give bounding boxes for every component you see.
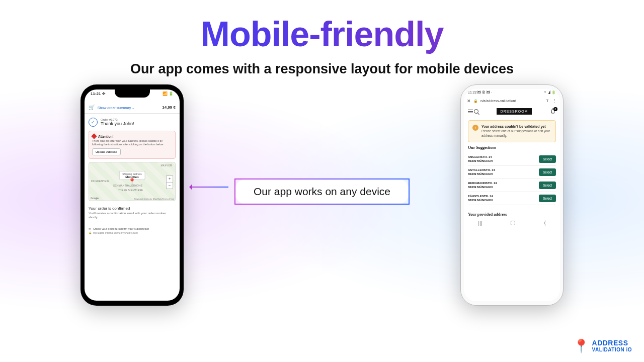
map-area-label: FRIEDENHEIM	[91, 180, 110, 183]
select-button[interactable]: Select	[539, 182, 556, 189]
google-logo: Google	[91, 197, 99, 200]
mail-icon: ✉	[89, 227, 91, 230]
domain-row: 🔒 mp-loqate-internal-demo.myshopify.com	[89, 231, 176, 234]
warning-message: Please select one of our suggestions or …	[481, 129, 551, 138]
thank-you-text: Thank you John!	[101, 121, 134, 126]
warning-icon: !	[472, 125, 478, 131]
share-icon[interactable]: ⫪	[546, 99, 549, 103]
alert-icon	[91, 133, 97, 139]
iphone-mockup: 11:21 ✈ 📶 🔋 🛒 Show order summary ⌄ 14,99…	[80, 84, 184, 306]
confirmation-block: Your order is confirmed You'll receive a…	[89, 204, 176, 222]
android-status-bar: 11:22 🖾 🖹 🖾 · ᯤ ◢ 🔋	[464, 89, 560, 96]
suggestion-row: ASTALLERSTR. 1480339 MÜNCHENSelect	[468, 166, 556, 179]
confirmation-title: Your order is confirmed	[89, 206, 176, 211]
alert-message: There was an error with your address, pl…	[92, 139, 172, 146]
suggestion-address: BERGMANNSTR. 1480339 MÜNCHEN	[468, 182, 497, 189]
select-button[interactable]: Select	[539, 155, 556, 163]
validation-warning: ! Your address couldn't be validated yet…	[468, 120, 556, 142]
cart-icon: 🛒	[89, 105, 95, 110]
map-zoom-controls[interactable]: +−	[166, 175, 173, 189]
brand-logo[interactable]: DRESSROOM	[497, 108, 532, 115]
android-signal-icon: ᯤ ◢ 🔋	[544, 90, 556, 95]
suggestion-row: FÄUSTLESTR. 1480339 MÜNCHENSelect	[468, 192, 556, 205]
attention-alert: Attention! There was an error with your …	[89, 131, 176, 159]
checkmark-icon: ✓	[89, 118, 98, 127]
alert-title: Attention!	[98, 135, 114, 138]
suggestions-block: Our Suggestions ANGLERSTR. 1480339 MÜNCH…	[468, 145, 556, 205]
ios-time: 11:21 ✈	[91, 92, 106, 96]
center-pill: Our app works on any device	[234, 178, 410, 205]
close-icon[interactable]: ✕	[467, 99, 471, 104]
ios-signal-icon: 📶 🔋	[163, 92, 174, 96]
suggestion-address: FÄUSTLESTR. 1480339 MÜNCHEN	[468, 195, 493, 202]
lock-icon: 🔒	[89, 231, 92, 234]
menu-icon[interactable]	[468, 110, 473, 114]
cart-badge: 0	[553, 107, 557, 111]
notch-icon	[115, 89, 150, 98]
recents-icon[interactable]: |||	[478, 220, 482, 226]
more-icon[interactable]: ⋮	[552, 98, 557, 104]
confirmation-message: You'll receive a confirmation email with…	[89, 212, 176, 220]
suggestion-address: ANGLERSTR. 1480339 MÜNCHEN	[468, 155, 493, 163]
subscription-row: ✉ Check your email to confirm your subsc…	[89, 225, 176, 230]
order-summary-bar[interactable]: 🛒 Show order summary ⌄ 14,99 €	[85, 102, 180, 114]
show-summary-link[interactable]: Show order summary ⌄	[98, 106, 135, 110]
android-nav-buttons: ||| ⟨	[464, 217, 560, 227]
update-address-button[interactable]: Update Address	[92, 148, 121, 155]
logo-line1: ADDRESS	[592, 340, 632, 346]
suggestions-title: Our Suggestions	[468, 145, 556, 150]
page-title: Mobile-friendly	[0, 14, 644, 54]
search-icon[interactable]	[474, 109, 478, 114]
map-footer: Keyboard shortcuts Map Data Terms of Use	[134, 198, 174, 200]
map-area-label: MAXVOR	[160, 164, 172, 167]
lock-icon: 🔒	[473, 99, 478, 103]
pin-icon: 📍	[573, 338, 589, 354]
suggestion-row: BERGMANNSTR. 1480339 MÜNCHENSelect	[468, 179, 556, 192]
home-icon[interactable]	[511, 221, 515, 225]
subscription-text: Check your email to confirm your subscri…	[93, 227, 149, 230]
domain-text: mp-loqate-internal-demo.myshopify.com	[93, 231, 138, 234]
back-icon[interactable]: ⟨	[544, 220, 546, 226]
select-button[interactable]: Select	[539, 195, 556, 202]
suggestion-row: ANGLERSTR. 1480339 MÜNCHENSelect	[468, 153, 556, 166]
cart-icon[interactable]: 0	[550, 108, 556, 115]
android-time: 11:22 🖾 🖹 🖾 ·	[468, 90, 492, 95]
store-nav-bar: DRESSROOM 0	[464, 106, 560, 117]
page-subtitle: Our app comes with a responsive layout f…	[0, 61, 644, 77]
device-stage: Our app works on any device 11:21 ✈ 📶 🔋 …	[0, 87, 644, 348]
order-header: ✓ Order #1073 Thank you John!	[85, 114, 180, 131]
logo-line2: VALIDATION iO	[592, 347, 632, 352]
browser-url-bar[interactable]: ✕ 🔒 n/a/address-validation/ ⫪ ⋮	[464, 96, 560, 106]
select-button[interactable]: Select	[539, 168, 556, 176]
order-price: 14,99 €	[162, 105, 176, 110]
provided-address-title: Your provided address	[468, 212, 556, 217]
map-area-label: THERE SIENWIESE	[118, 189, 143, 192]
provided-address-block: Your provided address	[468, 209, 556, 217]
brand-logo-footer: 📍 ADDRESS VALIDATION iO	[573, 338, 632, 354]
url-text: n/a/address-validation/	[480, 99, 543, 103]
arrow-left-icon	[190, 187, 228, 188]
android-mockup: 11:22 🖾 🖹 🖾 · ᯤ ◢ 🔋 ✕ 🔒 n/a/address-vali…	[460, 84, 564, 306]
map-preview[interactable]: MAXVOR FRIEDENHEIM SCHWANTHALERHÖHE THER…	[89, 162, 176, 201]
map-pin-icon: 📍	[128, 178, 136, 185]
suggestion-address: ASTALLERSTR. 1480339 MÜNCHEN	[468, 168, 495, 176]
warning-title: Your address couldn't be validated yet	[481, 125, 551, 128]
